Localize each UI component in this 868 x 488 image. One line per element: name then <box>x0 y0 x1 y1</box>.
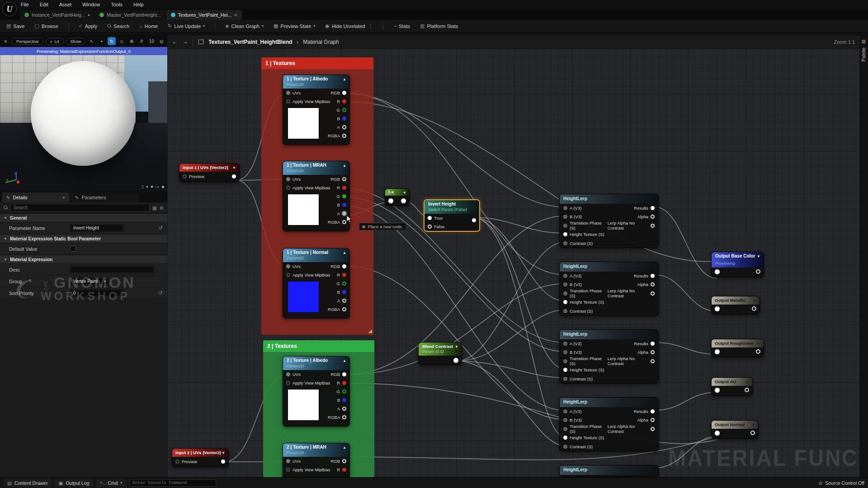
custom-mesh-button[interactable]: ◆ <box>161 184 165 189</box>
group-header[interactable]: 1 | Textures <box>261 57 373 69</box>
pin-input[interactable] <box>715 349 720 354</box>
kebab-menu-icon[interactable]: ⋮ <box>368 23 373 29</box>
pin-output[interactable] <box>745 388 749 392</box>
node-output-roughness[interactable]: Output Roughness ▼ <box>711 339 764 357</box>
reset-to-default-icon[interactable]: ↺ <box>159 290 163 296</box>
breadcrumb-root[interactable]: Textures_VertPaint_HeightBlend <box>208 39 292 45</box>
menu-edit[interactable]: Edit <box>40 2 48 7</box>
save-button[interactable]: ▤Save <box>6 23 24 29</box>
details-search-input[interactable] <box>10 204 150 211</box>
pin-rgb[interactable] <box>342 372 346 376</box>
pin-output[interactable] <box>232 174 236 178</box>
pin-g[interactable] <box>342 108 346 112</box>
pin-a-hovered[interactable] <box>342 211 346 216</box>
tab-textures-vertpaint[interactable]: Textures_VertPaint_Hei... × <box>166 10 242 20</box>
node-header[interactable]: 2 | Texture | Albedo Param2D ▲ <box>283 357 349 370</box>
pin-b-v3[interactable] <box>563 215 567 219</box>
console-command-input[interactable] <box>129 479 216 487</box>
node-output-normal[interactable]: Output Normal ▼ <box>711 420 759 439</box>
pin-uvs[interactable] <box>286 372 290 376</box>
group-header[interactable]: 2 | Textures <box>263 340 374 352</box>
breadcrumb-current[interactable]: Material Graph <box>303 39 339 45</box>
node-header[interactable]: 1 | Texture | Albedo Param2D ▲ <box>283 75 349 89</box>
node-invert-height-switch[interactable]: Invert Height Switch Param (False) True … <box>424 199 480 232</box>
node-one-minus-x[interactable]: 1-x ▼ <box>385 188 410 206</box>
node-output-metallic[interactable]: Output Metallic ▼ <box>711 296 760 314</box>
pin-lerp-alpha-no-contrast[interactable] <box>651 359 655 363</box>
pin-output[interactable] <box>453 358 458 363</box>
pin-g[interactable] <box>342 389 346 394</box>
node-output-ao[interactable]: Output AO ▼ <box>711 377 753 396</box>
pin-alpha[interactable] <box>651 215 655 219</box>
pin-g[interactable] <box>342 282 346 286</box>
node-header[interactable]: HeightLerp <box>560 398 658 407</box>
pin-uvs[interactable] <box>286 177 290 181</box>
chevron-down-icon[interactable]: ▼ <box>745 379 749 384</box>
pin-contrast[interactable] <box>563 309 567 313</box>
menu-help[interactable]: Help <box>133 2 144 7</box>
close-tab-icon[interactable]: × <box>234 12 237 18</box>
node-header[interactable]: Output AO ▼ <box>712 378 752 386</box>
pin-contrast[interactable] <box>563 377 567 381</box>
node-heightlerp-4[interactable]: HeightLerp A (V3)Results B (V3)Alpha Tra… <box>559 397 659 451</box>
pin-output[interactable] <box>401 198 406 203</box>
cube-shape-button[interactable]: ■ <box>151 184 153 189</box>
pin-a-v3[interactable] <box>563 206 567 210</box>
node-heightlerp-1[interactable]: HeightLerp A (V3)Results B (V3)Alpha Tra… <box>559 194 659 248</box>
pin-b[interactable] <box>342 290 346 294</box>
hide-unrelated-button[interactable]: ◉Hide Unrelated⋮ <box>325 23 373 29</box>
node-header[interactable]: 1-x ▼ <box>385 189 409 196</box>
default-value-checkbox[interactable] <box>70 246 76 252</box>
pin-output[interactable] <box>756 269 760 274</box>
pin-rgb[interactable] <box>342 91 346 95</box>
chevron-down-icon[interactable]: ▼ <box>455 344 458 349</box>
live-update-button[interactable]: ↻Live Update▾ <box>168 23 205 29</box>
pin-mipbias[interactable] <box>286 273 290 277</box>
node-header[interactable]: 1 | Texture | Normal Param2D ▲ <box>283 249 349 262</box>
preview-state-button[interactable]: ▦Preview State▾ <box>274 23 315 29</box>
sphere-shape-button[interactable]: ● <box>146 184 148 189</box>
pin-rgb[interactable] <box>342 459 346 463</box>
pin-mipbias[interactable] <box>286 186 290 190</box>
pin-preview[interactable] <box>175 460 179 464</box>
group-dropdown[interactable]: Vertex Paint▾ <box>70 277 109 285</box>
pin-a-v3[interactable] <box>563 274 567 278</box>
pin-rgba[interactable] <box>342 415 346 419</box>
pin-alpha[interactable] <box>651 350 655 354</box>
platform-stats-button[interactable]: ▥Platform Stats <box>420 23 458 29</box>
section-material-expression[interactable]: ▼ Material Expression <box>0 255 167 264</box>
perspective-button[interactable]: Perspective <box>12 38 43 45</box>
move-tool-button[interactable]: + <box>98 37 105 45</box>
pin-uvs[interactable] <box>286 459 290 463</box>
node-header[interactable]: Input 1 | UVs (Vector2) ▼ <box>179 164 239 172</box>
menu-window[interactable]: Window <box>82 2 100 7</box>
pin-r[interactable] <box>342 99 346 103</box>
pin-height-texture[interactable] <box>563 368 567 372</box>
pin-b[interactable] <box>342 203 346 207</box>
collapse-icon[interactable]: ▲ <box>343 163 346 168</box>
pin-mipbias[interactable] <box>286 468 290 472</box>
pin-uvs[interactable] <box>286 91 290 95</box>
node-header[interactable]: Input 2 | UVs (Vector2) ▼ <box>172 449 228 457</box>
snap-toggle-button[interactable]: # <box>138 37 146 45</box>
cylinder-shape-button[interactable]: ▯ <box>142 184 144 189</box>
pin-transition-phase[interactable] <box>563 427 567 431</box>
pin-a[interactable] <box>342 407 346 411</box>
rotate-tool-button[interactable]: ↻ <box>108 37 115 45</box>
pin-r[interactable] <box>342 381 346 385</box>
node-input-1-uvs[interactable]: Input 1 | UVs (Vector2) ▼ Preview <box>179 163 240 182</box>
pin-a[interactable] <box>342 125 346 129</box>
pin-input[interactable] <box>715 306 720 311</box>
view-options-icon[interactable]: ▦ <box>152 205 157 211</box>
search-button[interactable]: Search <box>107 23 129 29</box>
node-header[interactable]: HeightLerp <box>560 330 658 339</box>
pin-b-v3[interactable] <box>563 350 567 354</box>
tab-instance-vertpaint[interactable]: Instance_VertPaintHeig... • <box>20 10 94 20</box>
collapse-icon[interactable]: ▲ <box>343 358 346 363</box>
pin-r[interactable] <box>342 273 346 277</box>
collapse-icon[interactable]: ▲ <box>343 445 346 450</box>
node-texture-1-albedo[interactable]: 1 | Texture | Albedo Param2D ▲ UVs Apply… <box>283 75 350 145</box>
chevron-down-icon[interactable]: ▼ <box>751 422 755 427</box>
pin-g[interactable] <box>342 194 346 198</box>
pin-transition-phase[interactable] <box>563 359 567 363</box>
